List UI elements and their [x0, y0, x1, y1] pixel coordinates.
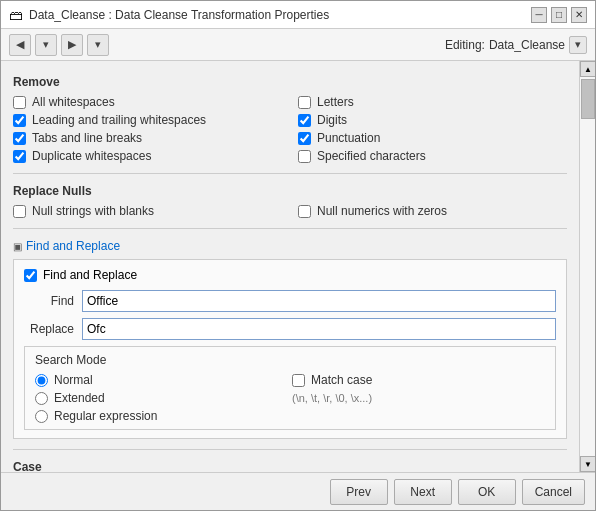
null-strings-checkbox[interactable] [13, 205, 26, 218]
digits-label: Digits [317, 113, 347, 127]
divider-3 [13, 449, 567, 450]
match-case-label: Match case [311, 373, 372, 387]
replace-nulls-checkboxes: Null strings with blanks Null numerics w… [13, 204, 567, 218]
editing-label-area: Editing: Data_Cleanse ▾ [445, 36, 587, 54]
checkbox-punctuation: Punctuation [298, 131, 567, 145]
radio-normal: Normal [35, 373, 288, 387]
content-area: Remove All whitespaces Letters Leading a… [1, 61, 595, 472]
editing-value: Data_Cleanse [489, 38, 565, 52]
letters-checkbox[interactable] [298, 96, 311, 109]
expand-icon[interactable]: ▣ [13, 241, 22, 252]
duplicate-ws-label: Duplicate whitespaces [32, 149, 151, 163]
search-mode-options: Normal Match case Extended [35, 373, 545, 423]
scroll-down-icon: ▼ [584, 460, 592, 469]
main-window: 🗃 Data_Cleanse : Data Cleanse Transforma… [0, 0, 596, 511]
back-arrow-icon: ◀ [16, 38, 24, 51]
dropdown-arrow-icon2: ▾ [95, 38, 101, 51]
maximize-button[interactable]: □ [551, 7, 567, 23]
editing-label-text: Editing: [445, 38, 485, 52]
find-replace-section-header: ▣ Find and Replace [13, 239, 567, 253]
divider-1 [13, 173, 567, 174]
editing-dropdown-button[interactable]: ▾ [569, 36, 587, 54]
replace-input[interactable] [82, 318, 556, 340]
digits-checkbox[interactable] [298, 114, 311, 127]
radio-extended: Extended [35, 391, 288, 405]
cancel-button[interactable]: Cancel [522, 479, 585, 505]
case-section-label: Case [13, 460, 567, 472]
all-whitespaces-checkbox[interactable] [13, 96, 26, 109]
leading-trailing-checkbox[interactable] [13, 114, 26, 127]
scroll-down-button[interactable]: ▼ [580, 456, 595, 472]
nav-dropdown-button[interactable]: ▾ [35, 34, 57, 56]
scroll-track [580, 77, 595, 456]
find-replace-section-title: Find and Replace [26, 239, 120, 253]
prev-button[interactable]: Prev [330, 479, 388, 505]
find-replace-enable-checkbox[interactable] [24, 269, 37, 282]
forward-arrow-icon: ▶ [68, 38, 76, 51]
checkbox-specified-chars: Specified characters [298, 149, 567, 163]
normal-label: Normal [54, 373, 93, 387]
scroll-up-button[interactable]: ▲ [580, 61, 595, 77]
toolbar: ◀ ▾ ▶ ▾ Editing: Data_Cleanse ▾ [1, 29, 595, 61]
checkbox-tabs-linebreaks: Tabs and line breaks [13, 131, 282, 145]
close-button[interactable]: ✕ [571, 7, 587, 23]
checkbox-duplicate-ws: Duplicate whitespaces [13, 149, 282, 163]
search-mode-title: Search Mode [35, 353, 545, 367]
regex-label: Regular expression [54, 409, 157, 423]
checkbox-all-whitespaces: All whitespaces [13, 95, 282, 109]
normal-radio[interactable] [35, 374, 48, 387]
radio-regex: Regular expression [35, 409, 288, 423]
back-button[interactable]: ◀ [9, 34, 31, 56]
remove-section-label: Remove [13, 75, 567, 89]
title-bar: 🗃 Data_Cleanse : Data Cleanse Transforma… [1, 1, 595, 29]
punctuation-label: Punctuation [317, 131, 380, 145]
all-whitespaces-label: All whitespaces [32, 95, 115, 109]
remove-checkboxes: All whitespaces Letters Leading and trai… [13, 95, 567, 163]
tabs-linebreaks-checkbox[interactable] [13, 132, 26, 145]
tabs-linebreaks-label: Tabs and line breaks [32, 131, 142, 145]
find-label: Find [24, 294, 74, 308]
checkbox-letters: Letters [298, 95, 567, 109]
forward-dropdown-button[interactable]: ▾ [87, 34, 109, 56]
match-case-checkbox[interactable] [292, 374, 305, 387]
bottom-bar: Prev Next OK Cancel [1, 472, 595, 510]
letters-label: Letters [317, 95, 354, 109]
null-numerics-checkbox[interactable] [298, 205, 311, 218]
forward-button[interactable]: ▶ [61, 34, 83, 56]
checkbox-digits: Digits [298, 113, 567, 127]
extended-hint: (\n, \t, \r, \0, \x...) [292, 391, 545, 405]
punctuation-checkbox[interactable] [298, 132, 311, 145]
specified-chars-label: Specified characters [317, 149, 426, 163]
regex-radio[interactable] [35, 410, 48, 423]
title-bar-controls: ─ □ ✕ [531, 7, 587, 23]
extended-label: Extended [54, 391, 105, 405]
scroll-thumb[interactable] [581, 79, 595, 119]
nav-controls: ◀ ▾ ▶ ▾ [9, 34, 109, 56]
replace-nulls-section: Replace Nulls Null strings with blanks N… [13, 184, 567, 218]
duplicate-ws-checkbox[interactable] [13, 150, 26, 163]
ok-button[interactable]: OK [458, 479, 516, 505]
find-replace-header: Find and Replace [24, 268, 556, 282]
checkbox-leading-trailing: Leading and trailing whitespaces [13, 113, 282, 127]
divider-2 [13, 228, 567, 229]
find-row: Find [24, 290, 556, 312]
null-numerics-label: Null numerics with zeros [317, 204, 447, 218]
next-button[interactable]: Next [394, 479, 452, 505]
extended-radio[interactable] [35, 392, 48, 405]
find-replace-box: Find and Replace Find Replace Search Mod… [13, 259, 567, 439]
scrollbar: ▲ ▼ [579, 61, 595, 472]
leading-trailing-label: Leading and trailing whitespaces [32, 113, 206, 127]
match-case-item: Match case [292, 373, 545, 387]
title-bar-left: 🗃 Data_Cleanse : Data Cleanse Transforma… [9, 7, 329, 23]
checkbox-null-numerics: Null numerics with zeros [298, 204, 567, 218]
window-title: Data_Cleanse : Data Cleanse Transformati… [29, 8, 329, 22]
dropdown-arrow-icon: ▾ [43, 38, 49, 51]
minimize-button[interactable]: ─ [531, 7, 547, 23]
find-input[interactable] [82, 290, 556, 312]
replace-row: Replace [24, 318, 556, 340]
case-section: Case [13, 460, 567, 472]
specified-chars-checkbox[interactable] [298, 150, 311, 163]
editing-dropdown-icon: ▾ [575, 38, 581, 51]
null-strings-label: Null strings with blanks [32, 204, 154, 218]
search-mode-box: Search Mode Normal Match case [24, 346, 556, 430]
